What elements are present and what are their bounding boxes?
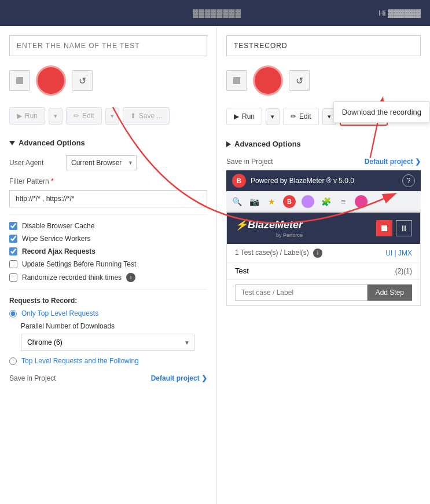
left-default-project-link[interactable]: Default project ❯ (151, 374, 207, 382)
left-randomize-info-icon[interactable]: i (126, 273, 135, 282)
brand-lightning: ⚡ (235, 219, 248, 231)
left-checkbox-wipe-workers-input[interactable] (9, 235, 17, 243)
puzzle-icon[interactable]: 🧩 (320, 196, 332, 207)
recorder-brand-sub: by Perforce (235, 232, 303, 238)
left-user-agent-label: User Agent (9, 159, 61, 167)
left-checkbox-update-settings-input[interactable] (9, 260, 17, 268)
right-default-project-link[interactable]: Default project ❯ (365, 158, 421, 166)
test-cases-label: 1 Test case(s) / Label(s) i (235, 249, 322, 258)
blaze-bar-text: Powered by BlazeMeter ® v 5.0.0 (251, 177, 354, 185)
left-panel: ↺ ▶ Run ▾ ✏ Edit ▾ ⬆ Save ... Advanced O… (0, 26, 217, 504)
ui-jmx-label[interactable]: UI | JMX (385, 249, 412, 257)
left-record-inner (41, 70, 61, 91)
recorder-brand: ⚡BlazeMeter by Perforce (235, 218, 303, 238)
left-checkbox-disable-cache-input[interactable] (9, 222, 17, 230)
left-filter-pattern-row: Filter Pattern (9, 177, 207, 207)
right-advanced-options-header[interactable]: Advanced Options (226, 140, 421, 148)
extension-bar: 🔍 📷 ★ B 🧩 ≡ (226, 191, 421, 212)
left-checkbox-randomize: Randomize recorded think times i (9, 273, 207, 282)
bm-ext-icon[interactable]: B (283, 195, 296, 208)
left-reset-button[interactable]: ↺ (72, 70, 93, 91)
left-radio-top-level-label: Only Top Level Requests (21, 309, 98, 317)
tooltip-download-recording: Download the recording (333, 101, 430, 123)
left-edit-button[interactable]: ✏ Edit (66, 107, 102, 125)
recorder-panel: ⚡BlazeMeter by Perforce ⏸ 1 Test case(s)… (226, 212, 421, 306)
left-radio-top-level-input[interactable] (9, 310, 17, 317)
right-edit-label: Edit (299, 112, 311, 120)
left-user-agent-row: User Agent Current Browser (9, 155, 207, 170)
left-save-label: Save ... (139, 112, 163, 120)
left-parallel-label: Parallel Number of Downloads (21, 322, 207, 330)
left-radio-top-level-2-input[interactable] (9, 357, 17, 365)
recorder-stop-button[interactable] (376, 220, 392, 236)
test-label: Test (235, 266, 249, 275)
right-run-button[interactable]: ▶ Run (226, 108, 262, 125)
right-recording-controls: ↺ (226, 65, 421, 96)
right-stop-icon (233, 77, 240, 84)
right-reset-button[interactable]: ↺ (289, 70, 310, 91)
menu-icon[interactable]: ≡ (337, 196, 349, 207)
left-user-agent-select[interactable]: Current Browser (66, 155, 137, 170)
left-test-name-input[interactable] (9, 35, 207, 56)
right-record-inner (258, 70, 278, 91)
right-edit-button[interactable]: ✏ Edit (283, 108, 319, 125)
left-edit-label: Edit (82, 112, 94, 120)
left-chrome-select-wrapper: Chrome (6) (21, 334, 194, 351)
avatar-icon[interactable] (302, 195, 314, 208)
header-user-greeting: Hi ▓▓▓▓▓▓ (378, 9, 421, 17)
left-edit-icon: ✏ (73, 112, 79, 120)
right-test-name-input[interactable] (226, 35, 421, 56)
left-filter-pattern-label: Filter Pattern (9, 177, 61, 185)
blaze-help-button[interactable]: ? (402, 174, 415, 187)
left-advanced-options-label: Advanced Options (19, 138, 85, 147)
test-cases-bar: 1 Test case(s) / Label(s) i UI | JMX (227, 244, 420, 263)
left-run-label: Run (25, 112, 38, 120)
left-checkbox-update-settings-label: Update Settings Before Running Test (22, 260, 136, 268)
right-panel: ↺ ▶ Run ▾ ✏ Edit ▾ ⬆ Save ... Download t… (217, 26, 430, 504)
left-checkbox-record-ajax-label: Record Ajax Requests (22, 247, 95, 255)
right-edit-icon: ✏ (291, 112, 296, 120)
left-run-button[interactable]: ▶ Run (9, 107, 45, 125)
left-radio-top-level: Only Top Level Requests (9, 309, 207, 317)
right-save-in-project: Save in Project Default project ❯ (226, 158, 421, 166)
test-case-label-input[interactable] (235, 284, 367, 301)
left-stop-button[interactable] (9, 70, 30, 91)
recorder-pause-button[interactable]: ⏸ (396, 220, 412, 236)
left-checkbox-record-ajax-input[interactable] (9, 247, 17, 255)
right-run-dropdown[interactable]: ▾ (266, 108, 280, 125)
recorder-stop-icon (381, 225, 387, 231)
right-stop-button[interactable] (226, 70, 247, 91)
left-stop-icon (16, 77, 23, 84)
left-edit-dropdown[interactable]: ▾ (105, 108, 119, 125)
left-filter-pattern-input[interactable] (9, 190, 207, 207)
left-checkbox-update-settings: Update Settings Before Running Test (9, 260, 207, 268)
left-checkbox-disable-cache-label: Disable Browser Cache (22, 222, 94, 230)
bm-logo: B (232, 174, 246, 188)
left-record-button[interactable] (36, 65, 66, 96)
test-row: Test (2)(1) (227, 263, 420, 279)
recorder-header: ⚡BlazeMeter by Perforce ⏸ (227, 213, 420, 244)
pink-ext-icon[interactable] (355, 195, 367, 208)
screenshot-icon[interactable]: 📷 (248, 196, 260, 207)
left-checkbox-randomize-label: Randomize recorded think times (22, 273, 122, 282)
left-checkbox-wipe-workers: Wipe Service Workers (9, 235, 207, 243)
left-save-button[interactable]: ⬆ Save ... (123, 107, 170, 125)
right-save-in-project-label: Save in Project (226, 158, 273, 166)
add-step-button[interactable]: Add Step (367, 284, 412, 301)
left-save-in-project: Save in Project Default project ❯ (9, 374, 207, 382)
left-checkbox-disable-cache: Disable Browser Cache (9, 222, 207, 230)
left-advanced-arrow-icon (9, 141, 15, 145)
test-cases-info-icon[interactable]: i (313, 249, 322, 258)
left-run-dropdown[interactable]: ▾ (49, 108, 63, 125)
left-checkbox-wipe-workers-label: Wipe Service Workers (22, 235, 90, 243)
left-chrome-select[interactable]: Chrome (6) (21, 334, 194, 351)
right-record-button[interactable] (253, 65, 283, 96)
blaze-bar: B Powered by BlazeMeter ® v 5.0.0 ? (226, 170, 421, 191)
star-icon[interactable]: ★ (266, 196, 277, 207)
left-save-in-project-label: Save in Project (9, 374, 56, 382)
right-advanced-options-label: Advanced Options (234, 140, 301, 148)
test-count: (2)(1) (395, 267, 412, 275)
left-advanced-options-header[interactable]: Advanced Options (9, 138, 207, 147)
zoom-out-icon[interactable]: 🔍 (231, 196, 242, 207)
left-checkbox-randomize-input[interactable] (9, 273, 17, 282)
